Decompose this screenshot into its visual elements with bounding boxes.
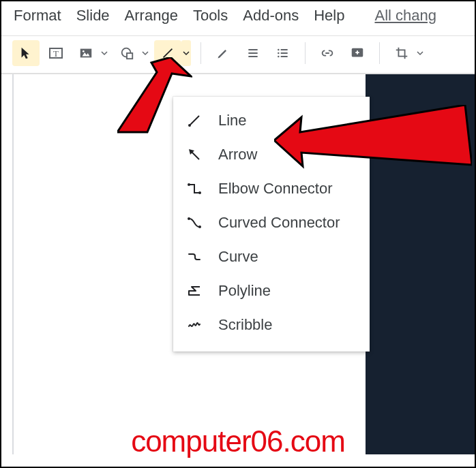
menu-format[interactable]: Format (14, 7, 61, 25)
shape-icon (119, 46, 134, 61)
line-tool-icon (160, 46, 175, 61)
polyline-icon (185, 282, 203, 300)
select-tool-button[interactable] (12, 40, 40, 66)
watermark-text: computer06.com (131, 424, 345, 458)
menu-addons[interactable]: Add-ons (243, 7, 299, 25)
elbow-connector-icon (185, 180, 203, 198)
svg-line-7 (164, 49, 173, 58)
chevron-down-icon (101, 50, 108, 57)
crop-dropdown[interactable] (415, 40, 425, 66)
chevron-down-icon (142, 50, 149, 57)
textbox-button[interactable]: T (42, 40, 70, 66)
cursor-icon (18, 46, 33, 61)
menu-help[interactable]: Help (314, 7, 344, 25)
crop-icon (394, 46, 409, 61)
textbox-icon: T (48, 45, 64, 61)
crop-button[interactable] (388, 40, 415, 66)
toolbar-separator (305, 42, 306, 64)
menubar: Format Slide Arrange Tools Add-ons Help … (1, 1, 475, 36)
line-menu-label: Arrow (218, 142, 257, 168)
shape-dropdown[interactable] (140, 40, 150, 66)
line-menu-label: Curved Connector (218, 210, 340, 236)
toolbar-separator (379, 42, 380, 64)
svg-point-4 (83, 50, 85, 52)
line-menu-label: Scribble (218, 312, 272, 338)
comment-button[interactable] (344, 40, 371, 66)
image-icon (78, 46, 93, 61)
svg-point-8 (278, 49, 280, 51)
line-menu-line[interactable]: Line (173, 104, 370, 138)
link-button[interactable] (314, 40, 341, 66)
svg-line-13 (190, 116, 199, 125)
add-comment-icon (350, 46, 365, 61)
line-menu-arrow[interactable]: Arrow (173, 138, 370, 172)
svg-rect-6 (127, 53, 132, 59)
svg-text:T: T (53, 48, 59, 59)
line-menu-elbow[interactable]: Elbow Connector (173, 172, 370, 206)
line-menu-label: Line (218, 108, 247, 134)
slide-dark-region (366, 74, 475, 454)
toolbar-separator (200, 42, 201, 64)
arrow-icon (185, 146, 203, 163)
svg-point-16 (188, 183, 190, 186)
menu-arrange[interactable]: Arrange (125, 7, 178, 25)
svg-point-10 (278, 56, 280, 58)
scribble-icon (185, 316, 203, 334)
chevron-down-icon (417, 50, 423, 57)
pen-button[interactable] (209, 40, 237, 66)
chevron-down-icon (183, 50, 190, 57)
list-icon (276, 46, 290, 60)
curve-icon (185, 248, 203, 266)
align-icon (246, 46, 260, 60)
svg-point-18 (188, 217, 190, 220)
svg-point-17 (198, 191, 201, 194)
slide-panel-edge (1, 74, 14, 454)
image-dropdown[interactable] (100, 40, 109, 66)
line-menu-curved[interactable]: Curved Connector (173, 206, 370, 240)
line-menu-curve[interactable]: Curve (173, 240, 370, 274)
list-button[interactable] (269, 40, 297, 66)
toolbar: T (1, 36, 475, 74)
all-changes-saved-link[interactable]: All chang (374, 7, 436, 25)
svg-point-9 (278, 52, 280, 54)
menu-slide[interactable]: Slide (76, 7, 110, 25)
curved-connector-icon (185, 214, 203, 232)
app-frame: Format Slide Arrange Tools Add-ons Help … (0, 0, 476, 468)
line-menu: Line Arrow Elbow Connector Curved Connec… (173, 97, 370, 352)
line-menu-polyline[interactable]: Polyline (173, 274, 370, 308)
shape-button[interactable] (113, 40, 140, 66)
line-dropdown[interactable] (181, 40, 191, 66)
line-menu-label: Curve (218, 244, 258, 270)
line-menu-label: Polyline (218, 278, 271, 304)
line-menu-label: Elbow Connector (218, 176, 333, 202)
pen-icon (216, 46, 230, 60)
line-icon (185, 112, 203, 129)
line-menu-scribble[interactable]: Scribble (173, 308, 370, 342)
line-tool-button[interactable] (154, 40, 181, 66)
align-button[interactable] (239, 40, 267, 66)
menu-tools[interactable]: Tools (193, 7, 228, 25)
svg-point-19 (198, 225, 201, 228)
link-icon (320, 46, 335, 61)
image-button[interactable] (72, 40, 100, 66)
